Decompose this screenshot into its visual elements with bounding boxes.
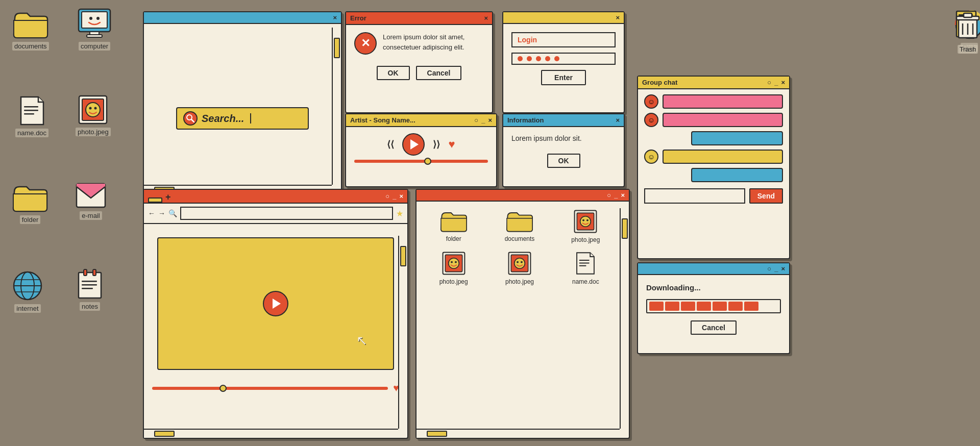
login-username-input[interactable] [511, 32, 616, 47]
download-maximize-btn[interactable]: _ [774, 265, 778, 272]
fm-maximize-btn[interactable]: _ [614, 192, 618, 199]
fm-close-btn[interactable]: × [621, 192, 625, 199]
computer-desktop-icon[interactable]: computer [77, 7, 112, 51]
photo-desktop-icon[interactable]: photo.jpeg [76, 95, 111, 136]
music-content: ⟨⟨ ⟩⟩ ♥ [346, 127, 496, 169]
music-play-btn[interactable] [402, 133, 425, 156]
play-triangle-icon [410, 139, 419, 150]
chat-msg-5 [644, 168, 783, 182]
download-cancel-btn[interactable]: Cancel [691, 320, 737, 335]
browser-scrollbar-h[interactable] [144, 429, 398, 438]
login-content: Enter [503, 24, 624, 93]
fm-item-photo1[interactable]: photo.jpeg [557, 210, 615, 243]
email-desktop-icon[interactable]: e-mail [76, 183, 106, 220]
music-titlebar: Artist - Song Name... ○ _ × [346, 114, 496, 127]
internet-svg [12, 270, 43, 301]
music-heart-icon[interactable]: ♥ [448, 138, 455, 151]
browser-minimize-btn[interactable]: ○ [385, 193, 389, 200]
browser-forward-btn[interactable]: → [158, 209, 165, 217]
browser-maximize-btn[interactable]: _ [393, 193, 396, 200]
svg-point-16 [89, 17, 92, 20]
svg-rect-36 [93, 269, 96, 276]
browser-tab-1[interactable] [148, 197, 162, 203]
svg-point-44 [580, 216, 591, 227]
music-next-btn[interactable]: ⟩⟩ [433, 139, 440, 150]
chat-avatar-1: ☺ [644, 94, 658, 109]
pwd-dot-4 [545, 56, 550, 61]
dl-seg-8 [760, 302, 774, 311]
fm-item-photo2[interactable]: photo.jpeg [425, 252, 482, 285]
download-controls: ○ _ × [767, 265, 785, 272]
fm-scrollbar-v[interactable] [620, 208, 629, 429]
documents-desktop-icon[interactable]: documents [12, 9, 49, 51]
trash-icon-item[interactable]: Trash [954, 10, 980, 54]
music-minimize-btn[interactable]: ○ [474, 117, 478, 123]
search-placeholder-text: Search... [202, 113, 244, 125]
fm-item-namedoc[interactable]: name.doc [557, 252, 615, 285]
login-controls: × [616, 14, 620, 21]
browser-search-btn[interactable]: 🔍 [168, 209, 177, 217]
browser-bookmark-btn[interactable]: ★ [396, 209, 403, 218]
video-play-btn[interactable] [263, 291, 288, 316]
browser-add-tab-btn[interactable]: + [165, 192, 171, 203]
info-title: Information [507, 116, 612, 124]
error-ok-btn[interactable]: OK [377, 66, 410, 80]
info-ok-btn[interactable]: OK [547, 154, 580, 168]
music-progress-bar[interactable] [354, 160, 488, 163]
music-close-btn[interactable]: × [488, 117, 492, 123]
search-close-btn[interactable]: × [333, 14, 337, 21]
login-enter-btn[interactable]: Enter [541, 70, 586, 85]
video-play-triangle [273, 299, 281, 309]
browser-back-btn[interactable]: ← [148, 209, 155, 217]
fm-folder-svg [440, 210, 468, 232]
browser-progress-thumb [219, 385, 227, 392]
svg-point-49 [448, 258, 459, 269]
browser-controls: ○ _ × [381, 191, 407, 202]
notes-desktop-icon[interactable]: notes [77, 268, 103, 311]
chat-msg-3 [644, 131, 783, 145]
music-maximize-btn[interactable]: _ [481, 117, 485, 123]
search-scrollbar-v[interactable] [332, 28, 341, 185]
browser-progress-track[interactable] [152, 387, 388, 390]
info-message: Lorem ipsum dolor sit. [511, 134, 582, 142]
chat-controls: ○ _ × [767, 79, 785, 86]
browser-tabs: + [144, 190, 378, 203]
svg-point-45 [582, 219, 584, 221]
chat-maximize-btn[interactable]: _ [774, 79, 778, 86]
browser-close-btn[interactable]: × [399, 193, 403, 200]
fm-documents-label: documents [505, 235, 535, 242]
browser-video-area[interactable]: ↖ [157, 237, 394, 370]
chat-message-input[interactable] [644, 188, 745, 204]
chat-send-btn[interactable]: Send [749, 188, 783, 204]
fm-item-photo3[interactable]: photo.jpeg [491, 252, 548, 285]
fm-minimize-btn[interactable]: ○ [607, 192, 611, 199]
chat-minimize-btn[interactable]: ○ [767, 79, 771, 86]
fm-photo3-svg [508, 252, 531, 275]
browser-url-input[interactable] [180, 207, 393, 220]
info-close-btn[interactable]: × [616, 117, 620, 123]
search-bar[interactable]: Search... [176, 107, 309, 130]
chat-bubble-4 [663, 150, 783, 164]
chat-input-row: Send [644, 188, 783, 204]
fm-scrollbar-h[interactable] [416, 429, 620, 438]
info-controls: × [616, 117, 620, 123]
chat-bubble-2 [663, 113, 783, 127]
fm-namedoc-label: name.doc [572, 278, 599, 285]
folder-desktop-icon[interactable]: folder [12, 183, 48, 224]
download-close-btn[interactable]: × [781, 265, 785, 272]
error-cancel-btn[interactable]: Cancel [416, 66, 462, 80]
error-content: ✕ Lorem ipsum dolor sit amet, consectetu… [346, 25, 492, 62]
filemanager-titlebar: ○ _ × [416, 190, 629, 202]
chat-close-btn[interactable]: × [781, 79, 785, 86]
browser-scrollbar-v[interactable] [398, 236, 407, 429]
fm-item-folder[interactable]: folder [425, 210, 482, 243]
fm-scrollbar-thumb-h [427, 431, 447, 437]
login-password-field[interactable] [511, 53, 616, 65]
error-close-btn[interactable]: × [484, 15, 488, 21]
namedoc-desktop-icon[interactable]: name.doc [15, 96, 48, 137]
login-close-btn[interactable]: × [616, 14, 620, 21]
download-minimize-btn[interactable]: ○ [767, 265, 771, 272]
music-prev-btn[interactable]: ⟨⟨ [387, 139, 394, 150]
fm-item-documents[interactable]: documents [491, 210, 548, 243]
internet-desktop-icon[interactable]: internet [12, 270, 43, 313]
